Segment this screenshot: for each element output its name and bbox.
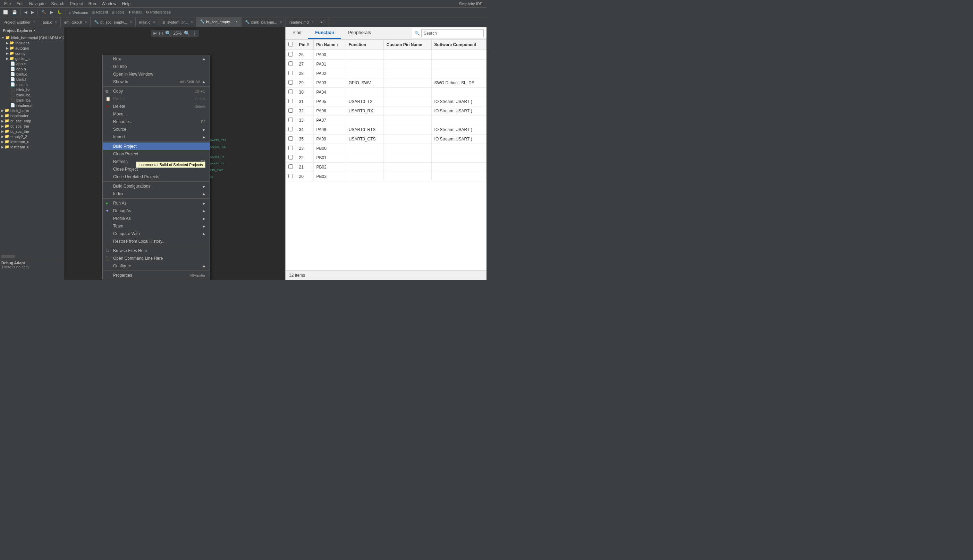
- tree-item-config[interactable]: ▶ 📁 config: [0, 51, 64, 56]
- toolbar-new[interactable]: ⬜: [2, 9, 10, 16]
- cm-close-project[interactable]: Close Project: [103, 165, 210, 173]
- tab-peripherals[interactable]: Peripherals: [341, 27, 378, 39]
- tree-item-blinkbarer[interactable]: ▶ 📁 blink_barer: [0, 108, 64, 113]
- zoom-fit-btn[interactable]: ⊞: [153, 30, 157, 36]
- cm-source[interactable]: Source ▶: [103, 125, 210, 133]
- row-checkbox[interactable]: [288, 99, 293, 103]
- cm-paste[interactable]: 📋 Paste Ctrl+V: [103, 95, 210, 103]
- row-checkbox[interactable]: [288, 146, 293, 150]
- cm-restore-history[interactable]: Restore from Local History...: [103, 238, 210, 245]
- tab-more[interactable]: ▸1: [317, 17, 329, 27]
- menu-edit[interactable]: Edit: [13, 1, 27, 7]
- tree-item-geckos[interactable]: ▶ 📁 gecko_s: [0, 56, 64, 61]
- tree-item-includes[interactable]: ▶ 📂 Includes: [0, 40, 64, 45]
- tree-item-blinkba2[interactable]: ⬛ blink_ba: [0, 92, 64, 97]
- menu-help[interactable]: Help: [119, 1, 134, 7]
- tab-mainc[interactable]: main.c ×: [136, 17, 159, 27]
- tree-item-appc[interactable]: 📄 app.c: [0, 61, 64, 66]
- row-checkbox[interactable]: [288, 155, 293, 160]
- cm-configure[interactable]: Configure ▶: [103, 262, 210, 270]
- row-checkbox[interactable]: [288, 136, 293, 141]
- col-pin-num[interactable]: Pin #: [296, 40, 313, 50]
- menu-search[interactable]: Search: [48, 1, 67, 7]
- cm-profile-as[interactable]: Profile As ▶: [103, 215, 210, 222]
- tree-item-empty2[interactable]: ▶ 📁 empty2_2: [0, 134, 64, 139]
- tree-item-iostream2[interactable]: ▶ 📁 iostream_u: [0, 144, 64, 150]
- tab-slsystem-close[interactable]: ×: [191, 20, 192, 24]
- cm-import[interactable]: Import ▶: [103, 133, 210, 141]
- cm-refresh[interactable]: Refresh F5: [103, 158, 210, 165]
- toolbar-welcome[interactable]: ⌂ Welcome: [69, 10, 88, 15]
- zoom-out-btn[interactable]: 🔍: [165, 30, 171, 36]
- tab-slsystem[interactable]: sl_system_pr... ×: [159, 17, 196, 27]
- tree-item-blinkc[interactable]: 📄 blink.c: [0, 72, 64, 77]
- cm-cmd-line[interactable]: ⬛ Open Command Line Here: [103, 255, 210, 262]
- toolbar-install[interactable]: ⬇ Install: [128, 10, 142, 15]
- toolbar-debug[interactable]: 🐛: [55, 9, 64, 16]
- zoom-reset-btn[interactable]: ⊡: [159, 30, 163, 36]
- tab-btsoc2[interactable]: 🔧 bt_soc_empty... ×: [196, 17, 241, 27]
- cm-debug-as[interactable]: ✦ Debug As ▶: [103, 207, 210, 215]
- toolbar-preferences[interactable]: ⚙ Preferences: [146, 10, 171, 15]
- tab-blinkbm[interactable]: 🔧 blink_bareme... ×: [241, 17, 286, 27]
- tab-emgpioh[interactable]: em_gpio.h ×: [61, 17, 90, 27]
- tab-project-explorer-close[interactable]: ×: [33, 20, 35, 24]
- cm-copy[interactable]: ⧉ Copy Ctrl+C: [103, 87, 210, 95]
- menu-run[interactable]: Run: [86, 1, 99, 7]
- cm-new[interactable]: New ▶: [103, 55, 210, 63]
- row-checkbox[interactable]: [288, 71, 293, 75]
- tab-pins[interactable]: Pins: [286, 27, 308, 39]
- cm-showin[interactable]: Show In Alt+Shift+W ▶: [103, 78, 210, 86]
- menu-window[interactable]: Window: [99, 1, 119, 7]
- row-checkbox[interactable]: [288, 90, 293, 94]
- menu-file[interactable]: File: [2, 1, 13, 7]
- tree-item-blinkh[interactable]: 📄 blink.h: [0, 77, 64, 82]
- cm-gointo[interactable]: Go Into: [103, 63, 210, 70]
- tab-readme-close[interactable]: ×: [312, 20, 314, 24]
- toolbar-recent[interactable]: ⊞ Recent: [92, 10, 108, 15]
- tree-item-bootloader[interactable]: ▶ 📁 bootloader: [0, 113, 64, 118]
- cm-team[interactable]: Team ▶: [103, 222, 210, 230]
- tab-mainc-close[interactable]: ×: [153, 20, 155, 24]
- cm-index[interactable]: Index ▶: [103, 190, 210, 198]
- cm-run-as[interactable]: ● Run As ▶: [103, 199, 210, 207]
- tree-item-mainc[interactable]: 📄 main.c: [0, 82, 64, 87]
- row-checkbox[interactable]: [288, 174, 293, 178]
- tab-project-explorer[interactable]: Project Explorer ×: [0, 17, 39, 27]
- menu-navigate[interactable]: Navigate: [27, 1, 48, 7]
- tree-item-apph[interactable]: 📄 app.h: [0, 66, 64, 72]
- tree-item-btsoc-emp[interactable]: ▶ 📁 bt_soc_emp: [0, 118, 64, 123]
- tab-btsoc2-close[interactable]: ×: [236, 20, 238, 23]
- tab-blinkbm-close[interactable]: ×: [280, 20, 282, 24]
- tree-item-btsoc-the1[interactable]: ▶ 📁 bt_soc_the: [0, 123, 64, 128]
- tab-appc-close[interactable]: ×: [55, 20, 57, 24]
- col-sw-component[interactable]: Software Component: [431, 40, 486, 50]
- tab-function[interactable]: Function: [308, 27, 341, 39]
- menu-project[interactable]: Project: [67, 1, 85, 7]
- toolbar-back[interactable]: ◀: [23, 9, 29, 16]
- zoom-in-btn[interactable]: 🔍: [184, 30, 190, 36]
- col-function[interactable]: Function: [346, 40, 383, 50]
- tree-item-blinkba1[interactable]: ⬛ blink_ba: [0, 87, 64, 92]
- toolbar-tools[interactable]: ⊞ Tools: [111, 10, 125, 15]
- row-checkbox[interactable]: [288, 164, 293, 169]
- select-all-checkbox[interactable]: [288, 42, 293, 47]
- toolbar-run[interactable]: ▶: [48, 9, 55, 16]
- tab-emgpioh-close[interactable]: ×: [85, 20, 87, 24]
- hscroll-thumb[interactable]: [1, 255, 15, 258]
- tree-item-btsoc-the2[interactable]: ▶ 📁 bt_soc_the: [0, 128, 64, 134]
- cm-move[interactable]: Move...: [103, 110, 210, 118]
- toolbar-save[interactable]: 💾: [10, 9, 19, 16]
- search-input[interactable]: [421, 30, 484, 37]
- cm-build-configs[interactable]: Build Configurations ▶: [103, 182, 210, 190]
- row-checkbox[interactable]: [288, 62, 293, 66]
- tab-readme[interactable]: readme.md ×: [286, 17, 317, 27]
- tree-item-blink-baremetal[interactable]: ▼ 📁 blink_baremetal [GNU ARM v12.2.1 - D…: [0, 35, 64, 40]
- cm-build-project[interactable]: Build Project: [103, 143, 210, 150]
- row-checkbox[interactable]: [288, 52, 293, 57]
- tree-item-iostream1[interactable]: ▶ 📁 iostream_u: [0, 139, 64, 144]
- cm-compare-with[interactable]: Compare With ▶: [103, 230, 210, 238]
- cm-close-unrelated[interactable]: Close Unrelated Projects: [103, 173, 210, 181]
- tree-item-readme[interactable]: 📄 readme.m: [0, 103, 64, 108]
- tab-btsoc1-close[interactable]: ×: [130, 20, 132, 24]
